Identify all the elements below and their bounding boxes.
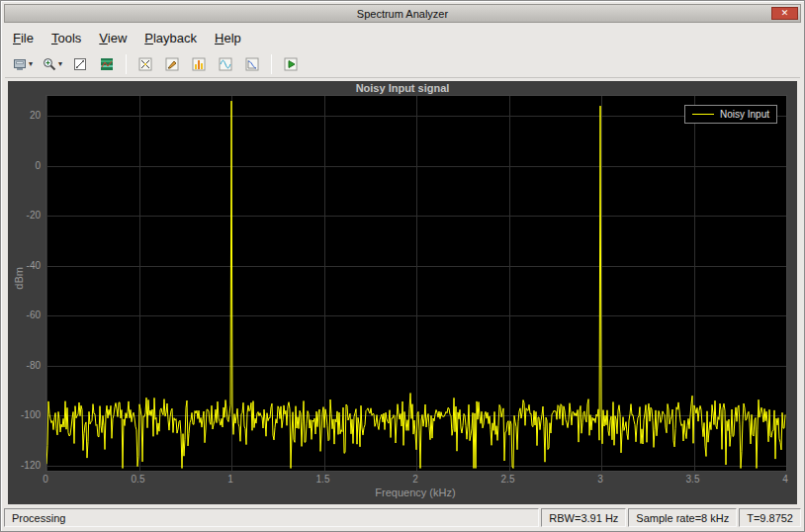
time-field: T=9.8752 bbox=[739, 508, 801, 527]
menu-help[interactable]: Help bbox=[207, 28, 249, 48]
x-tick-label: 1.5 bbox=[304, 474, 343, 485]
menubar: FileToolsViewPlaybackHelp bbox=[5, 26, 800, 49]
plot-panel: Noisy Input signal Noisy Input dBm Frequ… bbox=[8, 81, 797, 504]
x-tick-label: 0 bbox=[26, 474, 65, 485]
menu-file[interactable]: File bbox=[5, 28, 42, 48]
sample-rate-field: Sample rate=8 kHz bbox=[628, 508, 737, 527]
zoom-in-dropdown-caret[interactable]: ▾ bbox=[58, 59, 62, 68]
x-tick-label: 3.5 bbox=[673, 474, 713, 485]
x-tick-label: 2.5 bbox=[489, 474, 528, 485]
run-icon bbox=[283, 56, 299, 72]
spectrum-trace-canvas[interactable] bbox=[46, 96, 786, 471]
cursor-measurements-button[interactable] bbox=[134, 52, 157, 76]
distortion-measurements-icon bbox=[218, 56, 233, 72]
distortion-measurements-button[interactable] bbox=[214, 52, 237, 76]
plot-title: Noisy Input signal bbox=[8, 82, 797, 94]
run-button[interactable] bbox=[279, 52, 303, 76]
toolbar-separator bbox=[271, 54, 272, 74]
ccdf-measurements-icon bbox=[244, 56, 260, 72]
y-tick-label: -100 bbox=[8, 409, 41, 420]
y-tick-label: -40 bbox=[8, 260, 41, 271]
spectrogram-button[interactable] bbox=[95, 52, 119, 76]
y-tick-label: 20 bbox=[8, 110, 41, 121]
signal-statistics-icon bbox=[164, 56, 180, 72]
x-axis-label: Frequency (kHz) bbox=[45, 487, 785, 498]
legend-line-sample bbox=[692, 114, 714, 115]
export-dropdown-caret[interactable]: ▾ bbox=[29, 59, 33, 68]
legend-label: Noisy Input bbox=[720, 109, 769, 120]
peak-finder-button[interactable] bbox=[187, 52, 211, 76]
menu-view[interactable]: View bbox=[91, 28, 134, 48]
peak-finder-icon bbox=[191, 56, 207, 72]
menu-tools[interactable]: Tools bbox=[44, 28, 89, 48]
cursor-measurements-icon bbox=[137, 56, 153, 72]
zoom-in-button[interactable]: ▾ bbox=[39, 52, 65, 76]
scale-axes-icon bbox=[72, 56, 88, 72]
y-tick-label: 0 bbox=[8, 160, 41, 171]
close-button[interactable]: ✕ bbox=[771, 7, 798, 20]
status-message: Processing bbox=[4, 508, 539, 527]
y-tick-label: -60 bbox=[8, 310, 41, 320]
y-tick-label: -120 bbox=[8, 460, 41, 471]
menu-playback[interactable]: Playback bbox=[136, 28, 205, 48]
x-tick-label: 0.5 bbox=[119, 474, 158, 485]
titlebar[interactable]: Spectrum Analyzer ✕ bbox=[4, 4, 801, 23]
toolbar: ▾▾ bbox=[5, 50, 800, 78]
status-bar: Processing RBW=3.91 Hz Sample rate=8 kHz… bbox=[4, 507, 801, 528]
rbw-field: RBW=3.91 Hz bbox=[541, 508, 626, 527]
spectrogram-icon bbox=[99, 56, 115, 72]
x-tick-label: 1 bbox=[211, 474, 250, 485]
window-title: Spectrum Analyzer bbox=[357, 8, 448, 20]
x-tick-label: 4 bbox=[765, 474, 805, 485]
ccdf-measurements-button[interactable] bbox=[240, 52, 264, 76]
y-tick-label: -20 bbox=[8, 210, 41, 221]
x-tick-label: 2 bbox=[396, 474, 435, 485]
scale-axes-button[interactable] bbox=[68, 52, 92, 76]
legend: Noisy Input bbox=[684, 105, 777, 124]
plot-axes[interactable]: Noisy Input bbox=[45, 95, 787, 472]
spectrum-analyzer-window: Spectrum Analyzer ✕ FileToolsViewPlaybac… bbox=[0, 0, 805, 532]
export-button[interactable]: ▾ bbox=[9, 52, 36, 76]
zoom-in-icon bbox=[42, 56, 57, 72]
signal-statistics-button[interactable] bbox=[160, 52, 184, 76]
x-tick-label: 3 bbox=[581, 474, 620, 485]
toolbar-separator bbox=[126, 54, 127, 74]
y-tick-label: -80 bbox=[8, 360, 41, 371]
export-icon bbox=[12, 56, 28, 72]
